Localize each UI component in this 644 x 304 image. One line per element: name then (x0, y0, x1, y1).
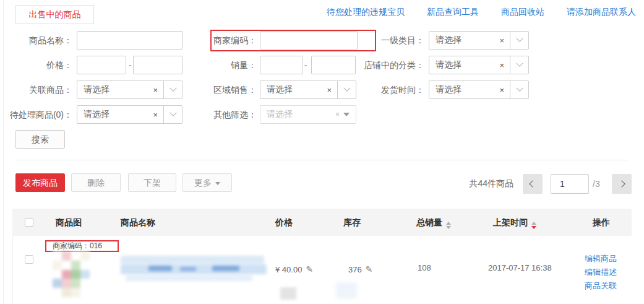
other-filter-select-value: 请选择 (260, 109, 332, 120)
product-name-blur (121, 254, 269, 284)
merchant-code-value-annotation: 商家编码：016 (45, 240, 119, 252)
category-select[interactable]: 请选择 × (429, 31, 529, 50)
sales-label: 销量： (182, 56, 257, 74)
region-sales-label: 区域销售： (182, 80, 257, 99)
pending-products-label: 待处理商品(0)： (0, 105, 72, 124)
column-header-total-sales[interactable]: 总销量 (416, 209, 451, 236)
merchant-code-label: 商家编码： (182, 31, 257, 50)
related-products-clear-icon[interactable]: × (147, 85, 163, 95)
blur-artifact-patch-2 (336, 282, 357, 298)
prev-page-button[interactable] (523, 174, 543, 194)
link-recycle-bin[interactable]: 商品回收站 (501, 7, 544, 18)
link-violation-items[interactable]: 待您处理的违规宝贝 (327, 7, 405, 18)
total-products-count: 共44件商品 (427, 173, 513, 193)
blur-artifact-patch (280, 287, 296, 300)
edit-stock-pencil-icon[interactable]: ✎ (366, 264, 373, 275)
delivery-time-select[interactable]: 请选择 × (429, 80, 529, 99)
shop-category-clear-icon[interactable]: × (494, 61, 510, 70)
edit-description-link[interactable]: 编辑描述 (585, 267, 617, 278)
price-min-input[interactable] (77, 56, 126, 74)
delete-button[interactable]: 删除 (71, 173, 121, 192)
pending-products-select-value: 请选择 (77, 109, 147, 120)
price-cell: ¥ 40.00✎ (275, 264, 313, 276)
column-header-actions: 操作 (593, 209, 610, 236)
column-header-image: 商品图 (56, 209, 82, 236)
more-caret-down-icon (215, 182, 220, 185)
other-filter-label: 其他筛选： (182, 105, 257, 124)
sales-min-input[interactable] (260, 56, 303, 74)
category-chevron-down-icon[interactable] (510, 32, 528, 49)
top-link-bar: 待您处理的违规宝贝 新品查询工具 商品回收站 请添加商品联系人 (327, 7, 636, 18)
region-sales-select-value: 请选择 (260, 84, 321, 95)
more-button-label: 更多 (194, 178, 212, 188)
column-header-listed-time[interactable]: 上架时间 (493, 209, 536, 236)
delivery-time-select-value: 请选择 (429, 84, 494, 95)
column-header-name: 商品名称 (121, 209, 155, 236)
listed-time-sort-icon[interactable] (531, 222, 536, 229)
other-filter-select[interactable]: 请选择 × (260, 105, 356, 124)
product-name-input[interactable] (77, 31, 182, 50)
select-all-checkbox[interactable] (25, 218, 33, 227)
link-new-product-query[interactable]: 新品查询工具 (427, 7, 479, 18)
edit-product-link[interactable]: 编辑商品 (585, 253, 617, 264)
delivery-time-chevron-down-icon[interactable] (510, 81, 528, 98)
listed-time-header-label: 上架时间 (493, 217, 528, 227)
product-management-page: 出售中的商品 待您处理的违规宝贝 新品查询工具 商品回收站 请添加商品联系人 商… (0, 0, 644, 304)
stock-cell: 376✎ (348, 264, 372, 276)
link-add-product-contact[interactable]: 请添加商品联系人 (567, 7, 636, 18)
edit-price-pencil-icon[interactable]: ✎ (306, 264, 313, 275)
related-products-chevron-down-icon[interactable] (163, 81, 182, 98)
product-image-blur[interactable] (53, 251, 90, 297)
pending-products-chevron-down-icon[interactable] (163, 106, 182, 123)
other-filter-clear-icon[interactable]: × (332, 110, 343, 119)
category-clear-icon[interactable]: × (494, 36, 510, 45)
total-sales-sort-icon[interactable] (446, 222, 451, 229)
shop-category-label: 店铺中的分类： (341, 56, 424, 74)
region-sales-clear-icon[interactable]: × (321, 85, 337, 95)
search-button[interactable]: 搜索 (15, 130, 65, 149)
shop-category-chevron-down-icon[interactable] (510, 56, 528, 74)
total-sales-value: 108 (418, 263, 431, 274)
section-divider (15, 160, 629, 160)
product-relation-link[interactable]: 商品关联 (585, 280, 617, 292)
price-max-input[interactable] (133, 56, 182, 74)
price-range-dash: - (127, 56, 133, 74)
related-products-select-value: 请选择 (77, 84, 147, 95)
related-products-select[interactable]: 请选择 × (77, 80, 182, 99)
publish-product-button[interactable]: 发布商品 (15, 173, 65, 192)
other-filter-caret-down-icon[interactable] (343, 113, 350, 116)
next-page-button[interactable] (612, 174, 632, 194)
column-header-stock: 库存 (343, 209, 361, 236)
tab-onsale-products[interactable]: 出售中的商品 (15, 5, 94, 24)
more-dropdown-button[interactable]: 更多 (182, 173, 232, 192)
sales-range-dash: - (303, 56, 309, 74)
price-label: 价格： (0, 56, 72, 74)
related-products-label: 关联商品： (0, 80, 72, 99)
row-checkbox[interactable] (25, 255, 33, 264)
take-down-button[interactable]: 下架 (128, 173, 176, 192)
listed-time-value: 2017-07-17 16:38 (488, 263, 552, 274)
total-sales-header-label: 总销量 (416, 217, 442, 227)
delivery-time-clear-icon[interactable]: × (494, 85, 510, 95)
chevron-right-icon (618, 180, 625, 187)
stock-value: 376 (348, 265, 362, 274)
product-table-header: 商品图 商品名称 价格 库存 总销量 上架时间 操作 (12, 209, 632, 236)
page-total-label: /3 (593, 174, 600, 194)
category-label: 一级类目： (341, 31, 424, 50)
category-select-value: 请选择 (429, 35, 494, 46)
shop-category-select-value: 请选择 (429, 59, 494, 71)
pending-products-select[interactable]: 请选择 × (77, 105, 182, 124)
price-value: ¥ 40.00 (275, 265, 302, 274)
page-number-input[interactable] (551, 174, 589, 194)
shop-category-select[interactable]: 请选择 × (429, 56, 529, 74)
pending-products-clear-icon[interactable]: × (147, 110, 163, 119)
product-name-label: 商品名称： (0, 31, 72, 50)
chevron-left-icon (529, 180, 536, 187)
delivery-time-label: 发货时间： (341, 80, 424, 99)
column-header-price: 价格 (275, 209, 293, 236)
